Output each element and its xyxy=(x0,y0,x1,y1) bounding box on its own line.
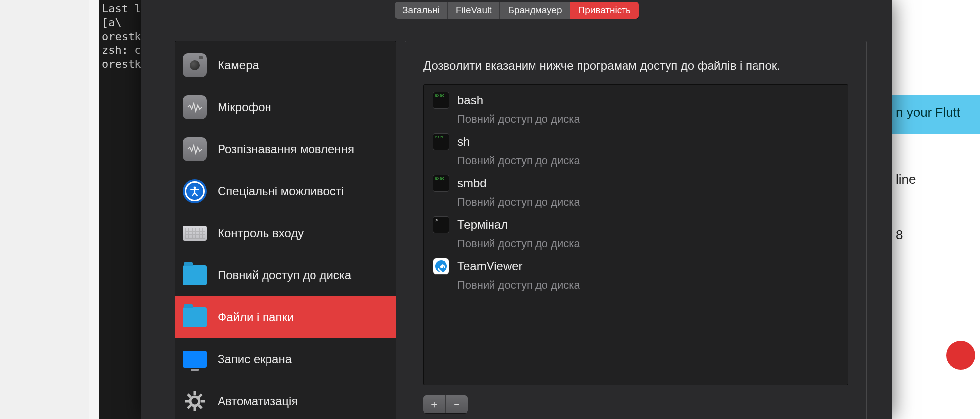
sidebar-item-label: Запис екрана xyxy=(218,352,292,366)
bg-red-dot xyxy=(946,341,975,370)
app-row-terminal[interactable]: Термінал Повний доступ до диска xyxy=(433,216,839,250)
exec-icon xyxy=(433,133,449,150)
sidebar-item-label: Файли і папки xyxy=(218,310,294,324)
camera-icon xyxy=(183,53,207,77)
folder-icon xyxy=(183,265,207,285)
svg-line-9 xyxy=(188,405,191,408)
sidebar-item-label: Повний доступ до диска xyxy=(218,268,351,282)
exec-icon xyxy=(433,92,449,109)
tab-firewall[interactable]: Брандмауер xyxy=(500,2,570,19)
speech-recognition-icon xyxy=(183,137,207,161)
microphone-icon xyxy=(183,95,207,119)
folder-icon xyxy=(183,307,207,327)
svg-point-1 xyxy=(190,397,199,406)
tab-privacy[interactable]: Приватність xyxy=(570,2,638,19)
privacy-category-list[interactable]: Камера Мікрофон Розпізнавання мовлення С… xyxy=(175,41,396,419)
sidebar-item-camera[interactable]: Камера xyxy=(175,44,396,86)
sidebar-item-full-disk-access[interactable]: Повний доступ до диска xyxy=(175,254,396,296)
prefs-body: Камера Мікрофон Розпізнавання мовлення С… xyxy=(141,19,892,419)
files-and-folders-detail: Дозволити вказаним нижче програмам досту… xyxy=(405,41,867,419)
sidebar-item-label: Контроль входу xyxy=(218,226,304,240)
screen-icon xyxy=(183,351,207,368)
allowed-apps-list[interactable]: bash Повний доступ до диска sh Повний до… xyxy=(423,84,848,385)
sidebar-item-speech-recognition[interactable]: Розпізнавання мовлення xyxy=(175,128,396,170)
svg-point-0 xyxy=(194,186,196,189)
app-permission-label: Повний доступ до диска xyxy=(457,279,839,292)
remove-button[interactable]: － xyxy=(446,395,468,413)
bg-text-num: 8 xyxy=(896,227,903,243)
sidebar-item-label: Камера xyxy=(218,58,259,72)
app-name: sh xyxy=(457,135,470,149)
gear-icon xyxy=(183,389,207,413)
sidebar-item-label: Розпізнавання мовлення xyxy=(218,142,354,156)
tab-general[interactable]: Загальні xyxy=(395,2,448,19)
app-permission-label: Повний доступ до диска xyxy=(457,154,839,167)
app-permission-label: Повний доступ до диска xyxy=(457,196,839,209)
teamviewer-icon xyxy=(433,258,449,275)
sidebar-item-files-and-folders[interactable]: Файли і папки xyxy=(175,296,396,338)
app-row-teamviewer[interactable]: TeamViewer Повний доступ до диска xyxy=(433,258,839,292)
add-remove-control: ＋ － xyxy=(423,395,468,413)
app-row-bash[interactable]: bash Повний доступ до диска xyxy=(433,92,839,126)
tab-segment: Загальні FileVault Брандмауер Приватніст… xyxy=(395,2,639,19)
keyboard-icon xyxy=(183,226,207,241)
terminal-icon xyxy=(433,216,449,233)
bg-text-flutter: n your Flutt xyxy=(896,105,960,120)
sidebar-item-microphone[interactable]: Мікрофон xyxy=(175,86,396,128)
app-name: Термінал xyxy=(457,218,508,232)
background-page: n your Flutt line 8 xyxy=(881,0,980,419)
svg-line-6 xyxy=(188,394,191,397)
app-permission-label: Повний доступ до диска xyxy=(457,237,839,250)
security-privacy-window: Загальні FileVault Брандмауер Приватніст… xyxy=(141,0,892,419)
sidebar-item-screen-recording[interactable]: Запис екрана xyxy=(175,338,396,380)
tab-filevault[interactable]: FileVault xyxy=(448,2,500,19)
svg-line-7 xyxy=(199,405,202,408)
app-name: TeamViewer xyxy=(457,259,523,273)
add-button[interactable]: ＋ xyxy=(423,395,446,413)
sidebar-item-input-monitoring[interactable]: Контроль входу xyxy=(175,212,396,254)
sidebar-item-label: Мікрофон xyxy=(218,100,271,114)
app-row-smbd[interactable]: smbd Повний доступ до диска xyxy=(433,175,839,209)
accessibility-icon xyxy=(183,179,207,203)
svg-line-8 xyxy=(199,394,202,397)
security-tabbar: Загальні FileVault Брандмауер Приватніст… xyxy=(141,0,892,19)
sidebar-item-label: Автоматизація xyxy=(218,394,298,408)
sidebar-item-label: Спеціальні можливості xyxy=(218,184,344,198)
app-name: smbd xyxy=(457,176,487,190)
app-permission-label: Повний доступ до диска xyxy=(457,113,839,126)
bg-text-line: line xyxy=(896,172,916,187)
sidebar-item-automation[interactable]: Автоматизація xyxy=(175,380,396,419)
sidebar-item-accessibility[interactable]: Спеціальні можливості xyxy=(175,170,396,212)
detail-heading: Дозволити вказаним нижче програмам досту… xyxy=(423,59,848,73)
exec-icon xyxy=(433,175,449,192)
app-row-sh[interactable]: sh Повний доступ до диска xyxy=(433,133,839,167)
app-name: bash xyxy=(457,93,483,107)
